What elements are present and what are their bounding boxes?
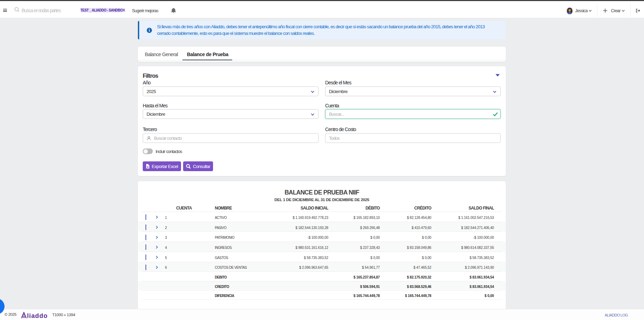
svg-text:liaddo: liaddo bbox=[27, 312, 48, 319]
